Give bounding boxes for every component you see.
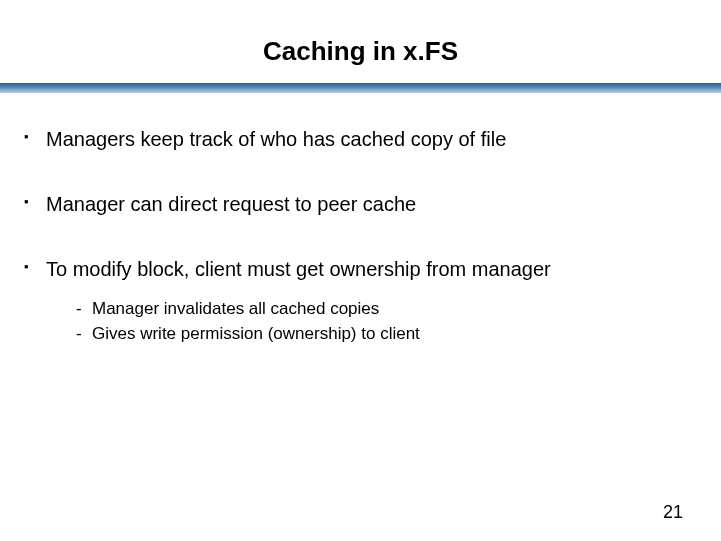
bullet-item: Manager can direct request to peer cache: [24, 192, 697, 217]
sub-text: Gives write permission (ownership) to cl…: [92, 324, 420, 343]
bullet-list: Managers keep track of who has cached co…: [24, 127, 697, 346]
bullet-item: To modify block, client must get ownersh…: [24, 257, 697, 346]
bullet-text: To modify block, client must get ownersh…: [46, 258, 551, 280]
bullet-text: Manager can direct request to peer cache: [46, 193, 416, 215]
divider-bar: [0, 83, 721, 93]
slide-title: Caching in x.FS: [0, 0, 721, 83]
page-number: 21: [663, 502, 683, 523]
bullet-item: Managers keep track of who has cached co…: [24, 127, 697, 152]
slide: Caching in x.FS Managers keep track of w…: [0, 0, 721, 541]
sub-text: Manager invalidates all cached copies: [92, 299, 379, 318]
sub-item: Manager invalidates all cached copies: [76, 298, 697, 321]
bullet-text: Managers keep track of who has cached co…: [46, 128, 506, 150]
sub-item: Gives write permission (ownership) to cl…: [76, 323, 697, 346]
slide-content: Managers keep track of who has cached co…: [0, 127, 721, 346]
sub-list: Manager invalidates all cached copies Gi…: [46, 298, 697, 346]
